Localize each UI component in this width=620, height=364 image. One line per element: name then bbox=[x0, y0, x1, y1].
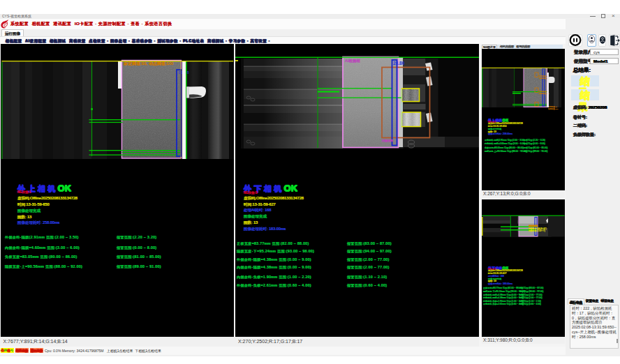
svg-text:报警范围:(2.00~77): 报警范围:(2.00~77) bbox=[529, 229, 545, 232]
svg-text:AI检测框: AI检测框 bbox=[345, 59, 360, 63]
svg-text:28.80: 28.80 bbox=[393, 61, 405, 66]
svg-text:动态阈值:100: 动态阈值:100 bbox=[548, 108, 559, 110]
